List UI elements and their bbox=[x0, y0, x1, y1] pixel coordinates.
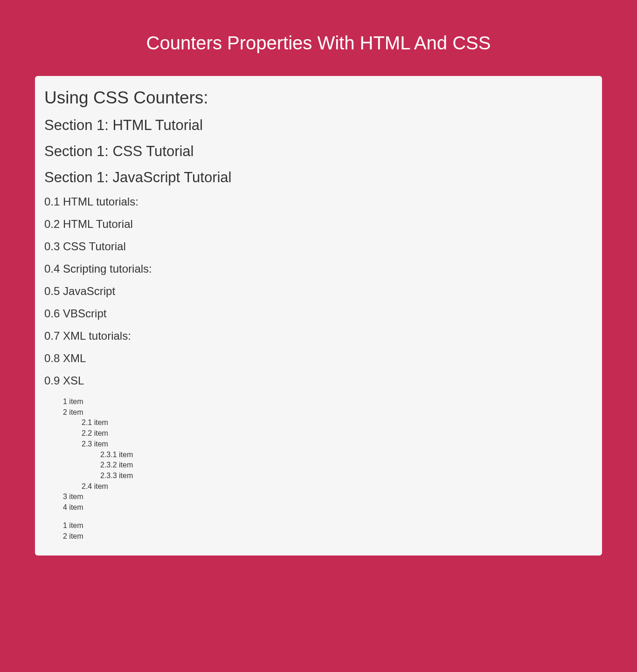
subsection-heading: 0.5 JavaScript bbox=[44, 285, 593, 298]
list-item: 2 item bbox=[63, 531, 593, 542]
heading-main: Using CSS Counters: bbox=[44, 88, 593, 108]
subsection-heading: 0.3 CSS Tutorial bbox=[44, 240, 593, 253]
section-heading: Section 1: HTML Tutorial bbox=[44, 117, 593, 134]
list-item: 2.3.2 item bbox=[100, 460, 593, 471]
subsection-heading: 0.4 Scripting tutorials: bbox=[44, 262, 593, 275]
subsection-heading: 0.1 HTML tutorials: bbox=[44, 195, 593, 208]
list-item: 2.3 item bbox=[82, 439, 593, 450]
nested-list-b: 1 item 2 item bbox=[44, 521, 593, 542]
subsection-heading: 0.8 XML bbox=[44, 352, 593, 365]
subsection-heading: 0.9 XSL bbox=[44, 374, 593, 387]
list-item: 3 item bbox=[63, 492, 593, 502]
subsection-heading: 0.6 VBScript bbox=[44, 307, 593, 320]
list-item: 2.1 item bbox=[82, 418, 593, 428]
list-item: 1 item bbox=[63, 397, 593, 407]
section-heading: Section 1: CSS Tutorial bbox=[44, 143, 593, 160]
list-item: 1 item bbox=[63, 521, 593, 531]
subsection-heading: 0.2 HTML Tutorial bbox=[44, 218, 593, 231]
content-card: Using CSS Counters: Section 1: HTML Tuto… bbox=[35, 76, 602, 555]
section-heading: Section 1: JavaScript Tutorial bbox=[44, 169, 593, 186]
list-item: 4 item bbox=[63, 502, 593, 513]
list-item: 2.3.1 item bbox=[100, 450, 593, 460]
subsection-heading: 0.7 XML tutorials: bbox=[44, 329, 593, 343]
page-title: Counters Properties With HTML And CSS bbox=[35, 33, 602, 54]
list-item: 2.3.3 item bbox=[100, 471, 593, 481]
nested-list-a: 1 item 2 item 2.1 item 2.2 item 2.3 item… bbox=[44, 397, 593, 513]
list-item: 2.4 item bbox=[82, 481, 593, 492]
list-item: 2.2 item bbox=[82, 428, 593, 439]
list-item: 2 item bbox=[63, 407, 593, 418]
